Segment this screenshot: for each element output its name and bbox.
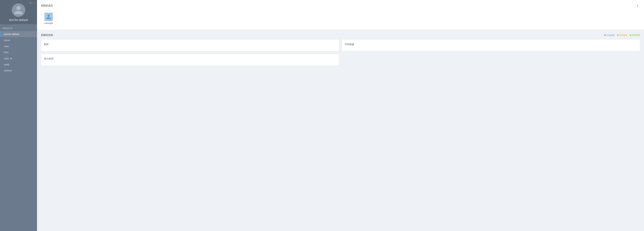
resources-grid: 集群用户管理代码构建 bbox=[41, 39, 640, 66]
sidebar-item-infra[interactable]: infra bbox=[0, 49, 37, 55]
main-content: 权限组成员 + × caitong93 权限组资源 只读权限 读写权限 管理权限 bbox=[37, 0, 644, 231]
sidebar: ✎ ⋯ test-for-default 权限组列表 test-for-defa… bbox=[0, 0, 37, 231]
sidebar-header-actions: ✎ ⋯ bbox=[30, 2, 35, 4]
sidebar-title: test-for-default bbox=[9, 19, 28, 22]
remove-member-button[interactable]: × bbox=[54, 12, 55, 14]
sidebar-item-caas[interactable]: caas bbox=[0, 43, 37, 49]
legend-item-readwrite: 读写权限 bbox=[617, 34, 627, 37]
resources-section: 权限组资源 只读权限 读写权限 管理权限 集群用户管理代码构建 bbox=[37, 31, 644, 231]
resources-title: 权限组资源 bbox=[41, 34, 53, 37]
members-section-header: 权限组成员 + bbox=[41, 3, 640, 8]
resource-card-code-build: 代码构建 bbox=[342, 39, 640, 51]
legend-dot-manage bbox=[630, 35, 631, 36]
legend: 只读权限 读写权限 管理权限 bbox=[604, 34, 640, 37]
member-card: × caitong93 bbox=[41, 11, 56, 26]
member-avatar bbox=[44, 13, 53, 21]
sidebar-item-cweb[interactable]: cweb bbox=[0, 62, 37, 68]
avatar bbox=[12, 3, 25, 17]
legend-label-manage: 管理权限 bbox=[632, 34, 640, 37]
members-section: 权限组成员 + × caitong93 bbox=[37, 0, 644, 31]
resources-header: 权限组资源 只读权限 读写权限 管理权限 bbox=[41, 34, 640, 37]
add-member-button[interactable]: + bbox=[635, 3, 640, 8]
legend-label-readonly: 只读权限 bbox=[606, 34, 614, 37]
members-list: × caitong93 bbox=[41, 11, 640, 26]
sidebar-item-cyclone[interactable]: cyclone bbox=[0, 68, 37, 74]
edit-icon[interactable]: ✎ bbox=[30, 2, 32, 4]
resources-col-right: 代码构建 bbox=[342, 39, 640, 66]
legend-dot-readonly bbox=[604, 35, 606, 36]
member-name: caitong93 bbox=[43, 22, 54, 25]
sidebar-header: ✎ ⋯ test-for-default bbox=[0, 0, 37, 24]
nav-label: 权限组列表 bbox=[0, 24, 37, 31]
more-icon[interactable]: ⋯ bbox=[33, 2, 35, 4]
legend-item-readonly: 只读权限 bbox=[604, 34, 614, 37]
resource-card-cluster: 集群 bbox=[41, 39, 339, 51]
members-title: 权限组成员 bbox=[41, 4, 53, 7]
sidebar-item-caas_lb[interactable]: caas_lb bbox=[0, 55, 37, 62]
legend-label-readwrite: 读写权限 bbox=[619, 34, 627, 37]
resources-col-left: 集群用户管理 bbox=[41, 39, 339, 66]
sidebar-item-test-for-default[interactable]: test-for-default bbox=[0, 31, 37, 37]
resource-card-user-mgmt: 用户管理 bbox=[41, 54, 339, 66]
sidebar-nav: test-for-defaultclevercaasinfracaas_lbcw… bbox=[0, 31, 37, 231]
legend-item-manage: 管理权限 bbox=[630, 34, 640, 37]
legend-dot-readwrite bbox=[617, 35, 618, 36]
sidebar-item-clever[interactable]: clever bbox=[0, 37, 37, 43]
